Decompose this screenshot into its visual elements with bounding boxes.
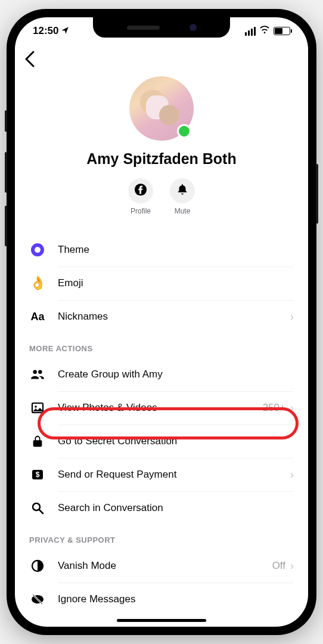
mute-button[interactable]: Mute [170, 178, 195, 215]
chevron-right-icon: › [290, 560, 294, 572]
svg-line-6 [39, 510, 43, 513]
search-conversation-row[interactable]: Search in Conversation [15, 491, 308, 525]
view-photos-row[interactable]: View Photos & Videos 250+ › [15, 391, 308, 425]
phone-frame: 12:50 [7, 9, 316, 635]
bell-icon [176, 183, 189, 199]
nicknames-icon: Aa [29, 308, 46, 325]
photo-icon [29, 400, 46, 416]
secret-conversation-row[interactable]: Go to Secret Conversation [15, 425, 308, 458]
payment-icon: $ [29, 466, 46, 483]
theme-row[interactable]: Theme [15, 233, 308, 267]
view-photos-count: 250+ [263, 402, 285, 414]
vanish-mode-status: Off [272, 560, 285, 572]
view-photos-label: View Photos & Videos [58, 402, 263, 414]
ignore-messages-label: Ignore Messages [58, 593, 294, 605]
theme-label: Theme [58, 244, 294, 256]
camera [190, 24, 197, 31]
vanish-mode-row[interactable]: Vanish Mode Off › [15, 549, 308, 583]
avatar[interactable] [129, 76, 194, 141]
status-time: 12:50 [33, 25, 58, 37]
presence-indicator [177, 124, 191, 138]
mute-button-label: Mute [175, 207, 191, 215]
lock-icon [29, 433, 46, 450]
profile-button[interactable]: Profile [128, 178, 153, 215]
facebook-icon [134, 183, 147, 199]
cellular-icon [245, 27, 256, 36]
chevron-right-icon: › [290, 402, 294, 414]
side-button [5, 110, 7, 132]
section-header-privacy: PRIVACY & SUPPORT [15, 525, 308, 549]
search-conversation-label: Search in Conversation [58, 502, 294, 514]
profile-button-label: Profile [131, 207, 151, 215]
theme-icon [29, 242, 46, 258]
back-button[interactable] [24, 51, 35, 71]
ignore-messages-row[interactable]: Ignore Messages [15, 583, 308, 616]
vanish-mode-label: Vanish Mode [58, 560, 272, 572]
notch [93, 17, 230, 38]
search-icon [29, 500, 46, 516]
side-button [316, 164, 318, 224]
wifi-icon [259, 24, 270, 38]
nicknames-row[interactable]: Aa Nicknames › [15, 300, 308, 333]
payment-row[interactable]: $ Send or Request Payment › [15, 458, 308, 491]
side-button [5, 206, 7, 246]
speaker [127, 26, 160, 30]
vanish-icon [29, 558, 46, 574]
profile-name: Amy Spitzfaden Both [27, 150, 296, 168]
nicknames-label: Nicknames [58, 311, 290, 323]
chevron-right-icon: › [290, 469, 294, 481]
create-group-label: Create Group with Amy [58, 369, 294, 380]
payment-label: Send or Request Payment [58, 469, 290, 481]
chevron-right-icon: › [290, 311, 294, 323]
battery-icon [274, 27, 290, 35]
ignore-icon [29, 591, 46, 608]
emoji-row[interactable]: 👌 Emoji [15, 267, 308, 300]
svg-text:$: $ [36, 470, 40, 479]
ok-hand-icon: 👌 [29, 275, 46, 292]
svg-point-2 [35, 405, 37, 408]
screen: 12:50 [15, 17, 308, 627]
section-header-more-actions: MORE ACTIONS [15, 333, 308, 358]
group-icon [29, 366, 46, 383]
secret-conversation-label: Go to Secret Conversation [58, 435, 294, 447]
nav-bar [15, 45, 308, 70]
profile-section: Amy Spitzfaden Both Profile [15, 70, 308, 227]
create-group-row[interactable]: Create Group with Amy [15, 358, 308, 391]
location-icon [61, 26, 69, 36]
side-button [5, 152, 7, 193]
emoji-label: Emoji [58, 277, 294, 289]
home-indicator[interactable] [117, 619, 206, 622]
